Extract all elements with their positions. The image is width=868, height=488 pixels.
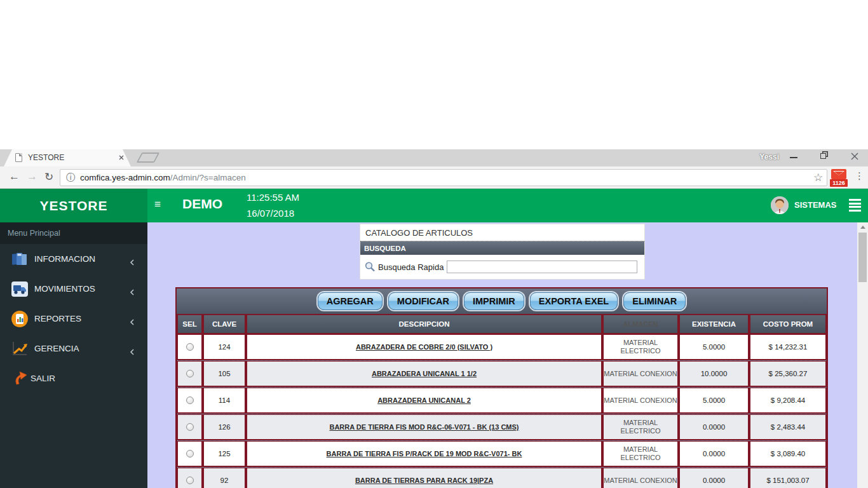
books-icon — [10, 250, 29, 269]
url-path: /Admin/?s=almacen — [170, 173, 246, 182]
article-link[interactable]: BARRA DE TIERRAS PARA RACK 19|PZA — [355, 477, 493, 484]
row-select-radio[interactable] — [186, 477, 194, 484]
cell-almacen: MATERIAL ELECTRICO — [602, 334, 679, 360]
forward-icon — [27, 170, 37, 183]
col-header-descripcion: DESCRIPCION — [246, 315, 602, 334]
tab-close-icon[interactable] — [117, 153, 126, 162]
cell-clave: 124 — [203, 334, 246, 360]
window-restore-icon[interactable] — [820, 153, 826, 159]
table-row: 124 ABRAZADERA DE COBRE 2/0 (SILVATO ) M… — [177, 334, 827, 361]
sidebar-item-label: SALIR — [31, 374, 55, 383]
cell-costo: $ 25,360.27 — [749, 361, 827, 387]
exit-arrow-icon — [13, 369, 32, 388]
sidebar-item-salir[interactable]: SALIR — [0, 363, 147, 393]
col-header-sel: SEL — [177, 315, 203, 334]
sidebar-menu-header: Menu Principal — [0, 222, 147, 244]
cell-costo: $ 3,089.40 — [749, 441, 827, 467]
header-date: 16/07/2018 — [247, 208, 294, 219]
cell-existencia: 5.0000 — [679, 388, 749, 414]
article-link[interactable]: BARRA DE TIERRA FIS P/RACK DE 19 MOD R&C… — [327, 450, 522, 458]
exporta-exel-button[interactable]: EXPORTA EXEL — [530, 292, 618, 310]
sidebar-item-label: REPORTES — [34, 314, 81, 323]
cell-almacen: MATERIAL CONEXION — [602, 468, 679, 488]
table-actions-bar: AGREGAR MODIFICAR IMPRIMIR EXPORTA EXEL … — [177, 288, 827, 315]
col-header-costo-prom: COSTO PROM — [749, 315, 827, 334]
cell-almacen: MATERIAL CONEXION — [602, 361, 679, 387]
row-select-radio[interactable] — [186, 343, 194, 351]
url-text[interactable]: comfica.yes-admin.com/Admin/?s=almacen — [80, 173, 246, 182]
row-select-radio[interactable] — [186, 370, 194, 377]
reload-icon[interactable] — [44, 170, 53, 184]
cell-existencia: 0.0000 — [679, 468, 749, 488]
cell-costo: $ 151,003.07 — [749, 468, 827, 488]
user-avatar[interactable] — [771, 196, 789, 214]
quick-search-row: Busqueda Rapida — [360, 255, 644, 279]
app-logo[interactable]: YESTORE — [0, 189, 147, 222]
back-icon[interactable] — [9, 170, 20, 183]
sidebar-item-label: MOVIMIENTOS — [34, 284, 95, 294]
row-select-radio[interactable] — [186, 450, 194, 458]
sidebar-item-movimientos[interactable]: MOVIMIENTOS — [0, 274, 147, 304]
sidebar-item-reportes[interactable]: REPORTES — [0, 304, 147, 334]
cell-clave: 126 — [203, 414, 246, 440]
browser-tab-strip — [0, 149, 868, 166]
sidebar-item-gerencia[interactable]: GERENCIA — [0, 334, 147, 363]
modificar-button[interactable]: MODIFICAR — [388, 292, 458, 310]
cell-costo: $ 2,483.44 — [749, 414, 827, 440]
chevron-left-icon — [130, 316, 135, 322]
browser-profile-name[interactable]: Yessi — [759, 152, 779, 161]
article-link[interactable]: BARRA DE TIERRA FIS MOD R&C-06-V071 - BK… — [329, 423, 519, 431]
articles-table: AGREGAR MODIFICAR IMPRIMIR EXPORTA EXEL … — [175, 287, 828, 488]
page-info-icon[interactable] — [66, 172, 75, 184]
table-row: 125 BARRA DE TIERRA FIS P/RACK DE 19 MOD… — [177, 441, 827, 468]
panel-title: CATALOGO DE ARTICULOS — [360, 224, 644, 241]
row-select-radio[interactable] — [186, 396, 194, 404]
window-minimize-icon[interactable] — [790, 157, 797, 158]
article-link[interactable]: ABRAZADERA DE COBRE 2/0 (SILVATO ) — [356, 343, 492, 351]
imprimir-button[interactable]: IMPRIMIR — [464, 292, 524, 310]
cell-almacen: MATERIAL ELECTRICO — [602, 414, 679, 440]
cell-clave: 125 — [203, 441, 246, 467]
chevron-left-icon — [130, 287, 135, 292]
cell-clave: 114 — [203, 388, 246, 414]
window-close-icon[interactable] — [850, 151, 860, 161]
cell-existencia: 0.0000 — [679, 414, 749, 440]
control-sidebar-icon[interactable] — [849, 199, 861, 212]
row-select-radio[interactable] — [186, 423, 194, 431]
mail-extension-icon[interactable] — [831, 169, 846, 179]
cell-costo: $ 14,232.31 — [749, 334, 827, 360]
col-header-clave: CLAVE — [203, 315, 246, 334]
cell-almacen: MATERIAL ELECTRICO — [602, 441, 679, 467]
sidebar-item-label: INFORMACION — [34, 254, 95, 264]
eliminar-button[interactable]: ELIMINAR — [623, 292, 686, 310]
table-header-row: SEL CLAVE DESCRIPCION ALMACEN EXISTENCIA… — [177, 315, 827, 334]
bookmark-star-icon[interactable] — [813, 171, 823, 184]
sidebar-item-informacion[interactable]: INFORMACION — [0, 244, 147, 274]
col-header-almacen: ALMACEN — [602, 315, 679, 334]
tab-favicon-page-icon — [15, 153, 22, 162]
table-row: 92 BARRA DE TIERRAS PARA RACK 19|PZA MAT… — [177, 468, 827, 488]
chevron-left-icon — [130, 346, 135, 351]
quick-search-label: Busqueda Rapida — [378, 262, 444, 272]
chevron-left-icon — [130, 257, 135, 262]
browser-tab[interactable] — [4, 149, 131, 166]
table-row: 114 ABRAZADERA UNICANAL 2 MATERIAL CONEX… — [177, 388, 827, 414]
cell-existencia: 0.0000 — [679, 441, 749, 467]
header-time: 11:25:55 AM — [247, 192, 299, 203]
search-icon — [364, 261, 376, 273]
cell-almacen: MATERIAL CONEXION — [602, 388, 679, 414]
cell-costo: $ 9,208.44 — [749, 388, 827, 414]
quick-search-input[interactable] — [447, 261, 637, 273]
agregar-button[interactable]: AGREGAR — [318, 292, 383, 310]
article-link[interactable]: ABRAZADERA UNICANAL 2 — [377, 396, 471, 404]
scroll-up-icon[interactable] — [860, 226, 865, 229]
scrollbar-thumb[interactable] — [858, 233, 867, 282]
table-row: 126 BARRA DE TIERRA FIS MOD R&C-06-V071 … — [177, 414, 827, 441]
browser-menu-icon[interactable] — [855, 170, 864, 182]
sidebar-toggle-icon[interactable] — [154, 198, 166, 212]
user-role-label[interactable]: SISTEMAS — [794, 200, 836, 210]
tab-title: YESTORE — [28, 153, 64, 162]
article-link[interactable]: ABRAZADERA UNICANAL 1 1/2 — [372, 370, 477, 377]
cell-existencia: 5.0000 — [679, 334, 749, 360]
environment-label: DEMO — [182, 196, 222, 212]
